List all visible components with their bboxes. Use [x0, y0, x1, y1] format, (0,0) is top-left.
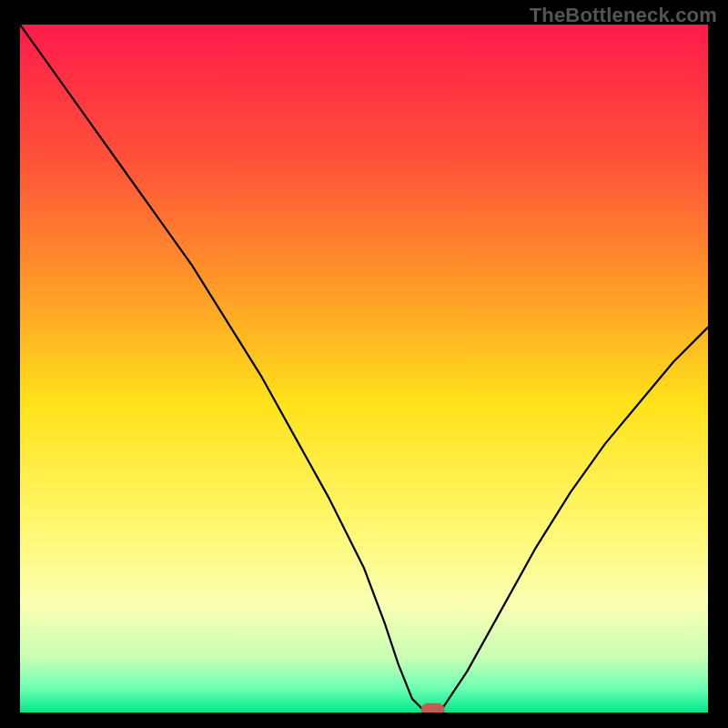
chart-frame: TheBottleneck.com [0, 0, 728, 728]
optimum-marker [421, 703, 445, 713]
bottleneck-chart [20, 25, 708, 713]
watermark-text: TheBottleneck.com [530, 4, 717, 27]
gradient-background [20, 25, 708, 713]
plot-area [20, 25, 708, 713]
